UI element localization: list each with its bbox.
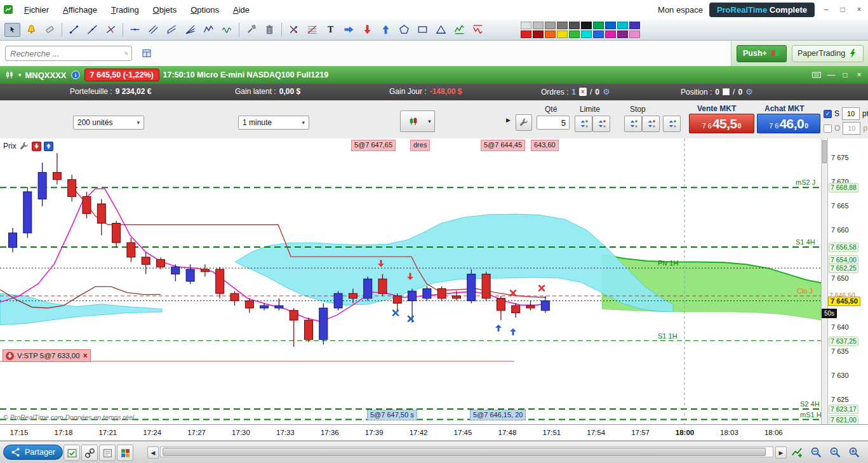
- order-settings-button[interactable]: [516, 114, 532, 131]
- limite-sell-button[interactable]: [592, 116, 610, 132]
- arrow-down-tool[interactable]: [359, 21, 376, 39]
- units-select[interactable]: 200 unités ▾: [73, 116, 144, 130]
- papertrading-button[interactable]: PaperTrading: [792, 45, 864, 62]
- menu-item-aide[interactable]: Aide: [226, 3, 257, 17]
- chart-style-button[interactable]: [400, 111, 427, 132]
- color-swatch[interactable]: [581, 30, 592, 38]
- menu-item-objets[interactable]: Objets: [146, 3, 184, 17]
- search-box[interactable]: [5, 46, 132, 61]
- s-checkbox[interactable]: ✓: [824, 110, 832, 118]
- hline-tool[interactable]: [126, 21, 144, 39]
- symbol-caret-icon[interactable]: ▾: [18, 72, 22, 78]
- order-price-label[interactable]: dres: [410, 140, 430, 151]
- color-swatch[interactable]: [521, 30, 531, 38]
- achat-mkt-button[interactable]: 7 6 46,0 0: [757, 114, 820, 133]
- position-settings-icon[interactable]: ⚙: [745, 87, 753, 97]
- chart-vscrollbar[interactable]: [821, 138, 828, 424]
- share-button[interactable]: Partager: [3, 445, 63, 460]
- hscroll-handle[interactable]: [163, 448, 766, 456]
- alerts-tool[interactable]: [23, 21, 40, 39]
- add-chart-button[interactable]: [789, 445, 805, 460]
- s-points-input[interactable]: [842, 107, 860, 120]
- chart-minimize-button[interactable]: —: [827, 70, 836, 79]
- price-chart[interactable]: mS2 JS1 4HPiv 1HClo JS1 1HS2 4HmS1 H: [0, 138, 821, 424]
- pitchfork-tool[interactable]: [163, 21, 180, 39]
- polygon-tool[interactable]: [396, 21, 413, 39]
- color-swatch[interactable]: [545, 22, 556, 29]
- color-swatch[interactable]: [533, 22, 544, 29]
- o-checkbox[interactable]: [824, 124, 832, 133]
- color-swatch[interactable]: [557, 30, 568, 38]
- color-swatch[interactable]: [569, 30, 580, 38]
- window-minimize-button[interactable]: –: [821, 5, 831, 14]
- zoom-fit-button[interactable]: [808, 445, 824, 460]
- stop-order-label[interactable]: V:STP 5@7 633,00 ×: [3, 349, 91, 362]
- line-tool[interactable]: [84, 21, 101, 39]
- eraser-tool[interactable]: [41, 21, 58, 39]
- panel-settings-wrench-icon[interactable]: [19, 141, 29, 151]
- link-tool-button[interactable]: [81, 445, 98, 461]
- zoom-in-button[interactable]: [846, 445, 862, 460]
- fan-tool[interactable]: [182, 21, 199, 39]
- symbol-name[interactable]: MNQXXXX: [25, 70, 67, 80]
- menu-item-fichier[interactable]: Fichier: [17, 3, 56, 17]
- mosaic-button[interactable]: [117, 445, 133, 461]
- chart-style-caret-button[interactable]: ▾: [425, 111, 435, 132]
- workspace-share-button[interactable]: [63, 445, 80, 461]
- time-axis[interactable]: 17:1517:1817:2117:2417:2717:3017:3317:36…: [0, 424, 821, 441]
- menu-item-affichage[interactable]: Affichage: [56, 3, 104, 17]
- chart-hscrollbar[interactable]: [160, 446, 773, 457]
- pending-order-label[interactable]: 5@7 646,15, 20: [470, 410, 526, 420]
- pattern-bullish-tool[interactable]: [451, 21, 468, 39]
- search-input[interactable]: [9, 48, 124, 59]
- expand-panel-button[interactable]: ▶: [506, 117, 511, 123]
- rectangle-tool[interactable]: [414, 21, 431, 39]
- chart-area[interactable]: mS2 JS1 4HPiv 1HClo JS1 1HS2 4HmS1 H Pri…: [0, 138, 821, 424]
- arrow-right-tool[interactable]: [340, 21, 357, 39]
- fibonacci-tool[interactable]: [304, 21, 321, 39]
- scroll-left-button[interactable]: ◀: [147, 446, 159, 459]
- channel-tool[interactable]: [145, 21, 162, 39]
- color-swatch[interactable]: [569, 22, 580, 29]
- scroll-right-button[interactable]: ▶: [775, 446, 787, 459]
- timeframe-select[interactable]: 1 minute ▾: [238, 116, 309, 130]
- color-swatch[interactable]: [557, 22, 568, 29]
- window-maximize-button[interactable]: □: [838, 5, 848, 14]
- vscroll-handle[interactable]: [822, 140, 827, 163]
- color-swatch[interactable]: [545, 30, 556, 38]
- segment-tool[interactable]: [65, 21, 83, 39]
- window-layout-button[interactable]: [137, 46, 156, 61]
- trailing-stop-button[interactable]: [663, 116, 681, 132]
- ray-tool[interactable]: [102, 21, 119, 39]
- zoom-out-button[interactable]: [827, 445, 843, 460]
- delete-tool[interactable]: [261, 21, 278, 39]
- color-swatch[interactable]: [533, 30, 544, 38]
- chart-close-button[interactable]: ×: [855, 70, 864, 79]
- color-swatch[interactable]: [629, 22, 640, 29]
- text-tool[interactable]: T: [322, 21, 339, 39]
- position-edit-icon[interactable]: [723, 88, 730, 95]
- pattern-bearish-tool[interactable]: [469, 21, 486, 39]
- mon-espace-link[interactable]: Mon espace: [658, 5, 703, 15]
- o-points-input[interactable]: [843, 122, 860, 135]
- menu-item-options[interactable]: Options: [184, 3, 226, 17]
- price-axis[interactable]: 7 6757 6707 668,887 6657 6607 656,587 65…: [828, 138, 868, 424]
- settings-tool[interactable]: [243, 21, 260, 39]
- freehand-tool[interactable]: [218, 21, 236, 39]
- color-swatch[interactable]: [605, 22, 616, 29]
- order-price-label[interactable]: 5@7 644,45: [481, 140, 525, 151]
- pending-order-label[interactable]: 5@7 647,50 s: [367, 410, 417, 420]
- stop-order-close-button[interactable]: ×: [83, 351, 88, 360]
- menu-item-trading[interactable]: Trading: [104, 3, 146, 17]
- color-swatch[interactable]: [593, 30, 604, 38]
- zigzag-tool[interactable]: [200, 21, 217, 39]
- limite-buy-button[interactable]: [575, 116, 592, 132]
- color-swatch[interactable]: [617, 30, 628, 38]
- triangle-tool[interactable]: [432, 21, 450, 39]
- color-swatch[interactable]: [593, 22, 604, 29]
- move-tool[interactable]: [285, 21, 302, 39]
- chart-maximize-button[interactable]: □: [841, 70, 850, 79]
- order-price-label[interactable]: 643,60: [531, 140, 559, 151]
- color-swatch[interactable]: [521, 22, 531, 29]
- cancel-orders-icon[interactable]: ×: [579, 88, 587, 96]
